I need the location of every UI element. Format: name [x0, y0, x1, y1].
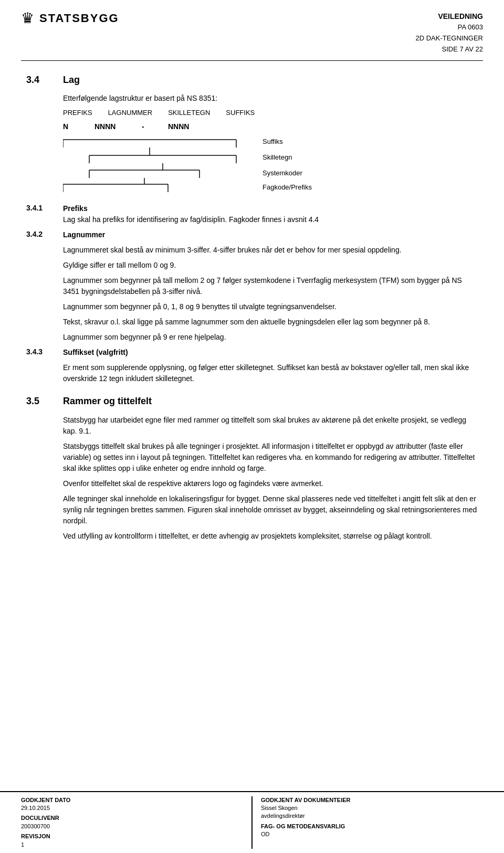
rammer-para-5: Ved utfylling av kontrollform i tittelfe…	[63, 531, 478, 542]
lagnummer-para-3-text: Lagnummer som begynner på tall mellom 2 …	[63, 276, 462, 296]
lagnummer-para-4-text: Lagnummer som begynner på 0, 1, 8 og 9 b…	[63, 302, 337, 311]
rammer-para-5-text: Ved utfylling av kontrollform i tittelfe…	[63, 532, 432, 540]
val-nnnn1: NNNN	[94, 122, 126, 132]
svg-text:Fagkode/Prefiks: Fagkode/Prefiks	[262, 183, 312, 191]
subsection-3-4-2-title-wrap: Lagnummer	[63, 229, 478, 240]
doc-title: VEILEDNING	[415, 10, 483, 22]
svg-text:Suffiks: Suffiks	[262, 138, 283, 145]
subsection-3-4-2-number: 3.4.2	[26, 229, 52, 240]
header-right: VEILEDNING PA 0603 2D DAK-TEGNINGER SIDE…	[415, 10, 483, 55]
lagnummer-para-5: Tekst, skravur o.l. skal ligge på samme …	[63, 317, 478, 328]
lagnummer-para-5-text: Tekst, skravur o.l. skal ligge på samme …	[63, 318, 430, 326]
subsection-3-4-1: 3.4.1 Prefiks Lag skal ha prefiks for id…	[26, 203, 478, 225]
page-header: ♛ STATSBYGG VEILEDNING PA 0603 2D DAK-TE…	[21, 10, 483, 61]
lagnummer-para-3: Lagnummer som begynner på tall mellom 2 …	[63, 275, 478, 297]
doc-subtitle: 2D DAK-TEGNINGER	[415, 33, 483, 44]
crown-icon: ♛	[21, 11, 34, 26]
subsection-3-4-3-title-wrap: Suffikset (valgfritt)	[63, 347, 478, 358]
val-nnnn2: NNNN	[168, 122, 200, 132]
label-suffiks: SUFFIKS	[226, 108, 255, 118]
page: ♛ STATSBYGG VEILEDNING PA 0603 2D DAK-TE…	[0, 0, 504, 853]
bracket-svg-diagram: Suffiks Skilletegn Systemkoder	[63, 134, 478, 195]
footer-doculivenr-value: 200300700	[21, 823, 243, 830]
footer-revisjon-label: REVISJON	[21, 833, 243, 840]
section-3-5-heading: 3.5 Rammer og tittelfelt	[26, 395, 478, 408]
section-3-4-heading: 3.4 Lag	[26, 73, 478, 87]
rammer-para-4: Alle tegninger skal inneholde en lokalis…	[63, 493, 478, 526]
lagnummer-para-6: Lagnummer som begynner på 9 er rene hjel…	[63, 332, 478, 343]
rammer-para-4-text: Alle tegninger skal inneholde en lokalis…	[63, 494, 477, 525]
footer-godkjent-av-title: avdelingsdirektør	[261, 812, 483, 820]
footer-doculivenr-label: DOCULIVENR	[21, 814, 243, 822]
footer-revisjon-value: 1	[21, 841, 243, 849]
footer-fag-label: FAG- OG METODEANSVARLIG	[261, 823, 483, 830]
subsection-3-4-1-title: Prefiks	[63, 204, 88, 213]
footer-divider	[251, 796, 253, 849]
lagnummer-para-4: Lagnummer som begynner på 0, 1, 8 og 9 b…	[63, 301, 478, 312]
svg-text:Systemkoder: Systemkoder	[262, 169, 303, 177]
layer-values-row: N NNNN - NNNN	[63, 122, 478, 132]
main-content: 3.4 Lag Etterfølgende lagstruktur er bas…	[21, 73, 483, 542]
subsection-3-4-3-title: Suffikset (valgfritt)	[63, 348, 128, 356]
subsection-3-4-1-text: Lag skal ha prefiks for identifisering a…	[63, 215, 319, 224]
bracket-svg: Suffiks Skilletegn Systemkoder	[63, 134, 336, 192]
section-3-4-intro: Etterfølgende lagstruktur er basert på N…	[63, 93, 478, 104]
section-3-5-title: Rammer og tittelfelt	[63, 395, 152, 408]
footer-col-2: GODKJENT AV DOKUMENTEIER Sissel Skogen a…	[261, 796, 483, 849]
label-prefiks: PREFIKS	[63, 108, 92, 118]
logo-text: STATSBYGG	[39, 10, 119, 27]
subsection-3-4-3-heading: 3.4.3 Suffikset (valgfritt)	[26, 347, 478, 358]
val-dash: -	[142, 122, 152, 132]
layer-diagram: PREFIKS LAGNUMMER SKILLETEGN SUFFIKS N N…	[63, 108, 478, 195]
lagnummer-para-6-text: Lagnummer som begynner på 9 er rene hjel…	[63, 333, 226, 341]
section-3-4-number: 3.4	[26, 73, 52, 87]
subsection-3-4-2-heading: 3.4.2 Lagnummer	[26, 229, 478, 240]
suffikset-para-1-text: Er ment som supplerende opplysning, og f…	[63, 363, 469, 383]
label-skilletegn: SKILLETEGN	[168, 108, 210, 118]
page-info: SIDE 7 AV 22	[415, 44, 483, 55]
lagnummer-para-1-text: Lagnummeret skal bestå av minimum 3-siff…	[63, 246, 402, 254]
doc-number: PA 0603	[415, 22, 483, 33]
footer-godkjent-dato-label: GODKJENT DATO	[21, 796, 243, 804]
rammer-para-1: Statsbygg har utarbeidet egne filer med …	[63, 415, 478, 437]
page-footer: GODKJENT DATO 29.10.2015 DOCULIVENR 2003…	[0, 791, 504, 853]
rammer-para-3-text: Ovenfor tittelfeltet skal de respektive …	[63, 479, 323, 488]
lagnummer-para-2: Gyldige siffer er tall mellom 0 og 9.	[63, 260, 478, 271]
subsection-3-4-1-content: Prefiks Lag skal ha prefiks for identifi…	[63, 203, 478, 225]
footer-col-1: GODKJENT DATO 29.10.2015 DOCULIVENR 2003…	[21, 796, 243, 849]
rammer-para-2: Statsbyggs tittelfelt skal brukes på all…	[63, 441, 478, 474]
rammer-para-3: Ovenfor tittelfeltet skal de respektive …	[63, 478, 478, 489]
section-3-4-title: Lag	[63, 73, 80, 87]
subsection-3-4-3-number: 3.4.3	[26, 347, 52, 358]
footer-fag-value: OD	[261, 830, 483, 838]
suffikset-para-1: Er ment som supplerende opplysning, og f…	[63, 362, 478, 384]
section-3-5-number: 3.5	[26, 395, 52, 408]
lagnummer-para-1: Lagnummeret skal bestå av minimum 3-siff…	[63, 245, 478, 256]
label-lagnummer: LAGNUMMER	[108, 108, 153, 118]
footer-godkjent-av-value: Sissel Skogen	[261, 804, 483, 812]
footer-godkjent-dato-value: 29.10.2015	[21, 804, 243, 812]
logo-area: ♛ STATSBYGG	[21, 10, 119, 27]
lagnummer-para-2-text: Gyldige siffer er tall mellom 0 og 9.	[63, 261, 176, 269]
svg-text:Skilletegn: Skilletegn	[262, 153, 292, 161]
rammer-para-1-text: Statsbygg har utarbeidet egne filer med …	[63, 416, 466, 435]
footer-godkjent-av-label: GODKJENT AV DOKUMENTEIER	[261, 796, 483, 804]
layer-labels-row: PREFIKS LAGNUMMER SKILLETEGN SUFFIKS	[63, 108, 478, 118]
rammer-para-2-text: Statsbyggs tittelfelt skal brukes på all…	[63, 442, 475, 472]
subsection-3-4-1-number: 3.4.1	[26, 203, 52, 225]
subsection-3-4-2-title: Lagnummer	[63, 230, 105, 239]
val-n: N	[63, 122, 79, 132]
